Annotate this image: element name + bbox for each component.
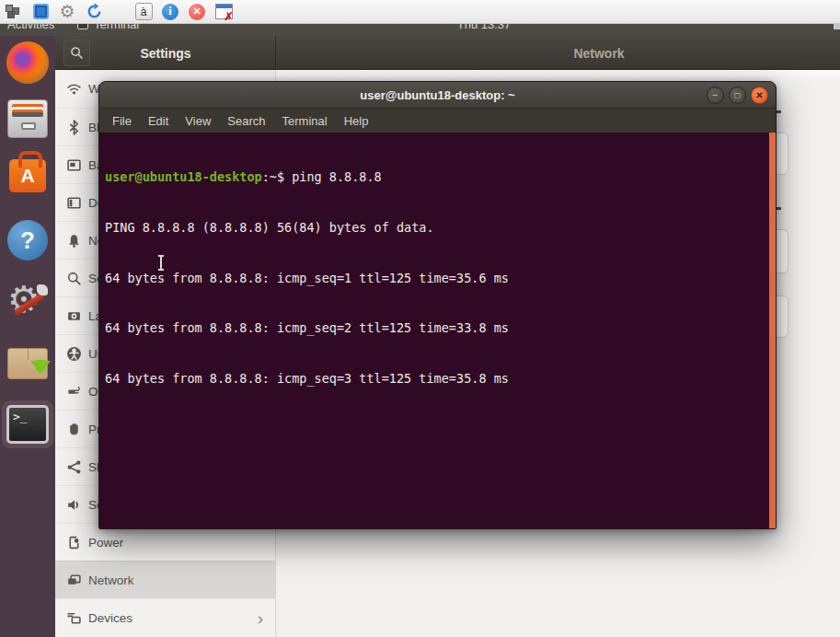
dock-item-package-installer[interactable] bbox=[6, 338, 50, 382]
terminal-window: user@ubuntu18-desktop: ~ − □ ✕ File Edit… bbox=[98, 81, 777, 529]
speaker-icon bbox=[66, 497, 82, 513]
dock-item-help[interactable]: ? bbox=[6, 218, 50, 262]
flag-icon bbox=[66, 308, 82, 324]
close-icon[interactable]: ✕ bbox=[188, 3, 206, 21]
terminal-prompt-glyph: >_ bbox=[13, 410, 28, 423]
plug-icon bbox=[66, 384, 82, 400]
package-box-icon bbox=[7, 348, 48, 379]
dock-item-firefox[interactable] bbox=[6, 41, 50, 85]
panel-title: Network bbox=[525, 36, 673, 70]
fullscreen-icon[interactable] bbox=[31, 3, 50, 21]
terminal-icon: >_ bbox=[6, 405, 49, 444]
menu-file[interactable]: File bbox=[112, 114, 132, 128]
screen-corner-notch bbox=[834, 24, 840, 29]
firefox-icon bbox=[6, 41, 49, 84]
software-letter: A bbox=[20, 165, 34, 187]
bell-icon bbox=[66, 233, 82, 249]
share-icon bbox=[66, 459, 82, 475]
close-button[interactable]: ✕ bbox=[751, 87, 768, 104]
maximize-button[interactable]: □ bbox=[729, 87, 746, 104]
maximize-icon: □ bbox=[734, 91, 740, 100]
background-icon bbox=[66, 157, 82, 173]
sidebar-item-devices[interactable]: Devices › bbox=[55, 598, 275, 636]
gear-icon[interactable]: ⚙ bbox=[58, 3, 76, 21]
hand-icon bbox=[66, 422, 82, 437]
sidebar-label: Network bbox=[88, 573, 134, 587]
menu-help[interactable]: Help bbox=[344, 114, 369, 128]
universal-access-icon bbox=[66, 346, 82, 362]
sidebar-label: Power bbox=[88, 536, 123, 550]
help-icon: ? bbox=[7, 220, 48, 261]
ubuntu-dock: A ? ⚙ >_ bbox=[0, 36, 55, 637]
ubuntu-software-icon: A bbox=[9, 159, 46, 192]
dock-item-ubuntu-software[interactable]: A bbox=[6, 150, 50, 194]
output-line: 64 bytes from 8.8.8.8: icmp_seq=2 ttl=12… bbox=[105, 319, 765, 336]
chevron-right-icon: › bbox=[258, 609, 263, 627]
window-controls: − □ ✕ bbox=[707, 87, 768, 104]
boxes-icon[interactable] bbox=[5, 3, 23, 21]
minimize-button[interactable]: − bbox=[707, 87, 724, 104]
wifi-icon bbox=[66, 81, 82, 97]
terminal-scrollbar[interactable] bbox=[769, 133, 776, 528]
file-cabinet-icon bbox=[7, 99, 48, 138]
dock-item-terminal[interactable]: >_ bbox=[2, 400, 53, 448]
menu-edit[interactable]: Edit bbox=[148, 114, 168, 128]
prompt-line: user@ubuntu18-desktop:~$ ping 8.8.8.8 bbox=[105, 168, 765, 185]
sidebar-item-network[interactable]: Network bbox=[55, 561, 275, 598]
menu-view[interactable]: View bbox=[185, 114, 211, 128]
refresh-icon[interactable] bbox=[85, 3, 103, 21]
battery-icon bbox=[66, 535, 82, 550]
dock-icon bbox=[66, 195, 82, 211]
prompt-user: user@ubuntu18-desktop bbox=[105, 169, 262, 184]
minimize-icon: − bbox=[713, 91, 719, 100]
info-icon[interactable]: i bbox=[161, 3, 179, 21]
desktop-screen: Activities Terminal Thu 13:37 Settings N… bbox=[0, 0, 840, 637]
close-icon: ✕ bbox=[755, 91, 763, 100]
menu-terminal[interactable]: Terminal bbox=[282, 114, 328, 128]
network-icon bbox=[66, 573, 82, 588]
dock-item-files[interactable] bbox=[6, 97, 50, 141]
output-line: 64 bytes from 8.8.8.8: icmp_seq=3 ttl=12… bbox=[105, 370, 765, 387]
menu-search[interactable]: Search bbox=[227, 114, 265, 128]
tools-icon: ⚙ bbox=[6, 279, 50, 323]
output-line: 64 bytes from 8.8.8.8: icmp_seq=1 ttl=12… bbox=[105, 270, 765, 286]
output-line: PING 8.8.8.8 (8.8.8.8) 56(84) bytes of d… bbox=[105, 219, 765, 236]
bluetooth-icon bbox=[66, 120, 82, 135]
devices-icon bbox=[66, 610, 82, 626]
prompt-command: :~$ ping 8.8.8.8 bbox=[262, 169, 382, 184]
terminal-content[interactable]: user@ubuntu18-desktop:~$ ping 8.8.8.8 PI… bbox=[99, 133, 776, 528]
terminal-menubar: File Edit View Search Terminal Help bbox=[99, 109, 776, 133]
ibeam-cursor bbox=[157, 255, 165, 271]
settings-headerbar: Settings Network bbox=[55, 36, 840, 70]
vm-toolbar: ⚙ à i ✕ ✗ bbox=[0, 0, 840, 24]
window-close-icon[interactable]: ✗ bbox=[214, 3, 233, 21]
help-mark: ? bbox=[20, 226, 35, 255]
search-icon bbox=[66, 271, 82, 286]
terminal-title: user@ubuntu18-desktop: ~ bbox=[99, 82, 776, 109]
sidebar-label: Devices bbox=[88, 611, 132, 625]
settings-search-button[interactable] bbox=[63, 40, 90, 66]
windows-icon[interactable] bbox=[111, 5, 126, 19]
dock-item-system-tools[interactable]: ⚙ bbox=[6, 279, 50, 323]
settings-headerbar-left: Settings bbox=[55, 36, 276, 70]
terminal-titlebar[interactable]: user@ubuntu18-desktop: ~ − □ ✕ bbox=[99, 82, 776, 109]
search-icon bbox=[70, 46, 84, 60]
keyboard-key-icon[interactable]: à bbox=[134, 3, 153, 21]
